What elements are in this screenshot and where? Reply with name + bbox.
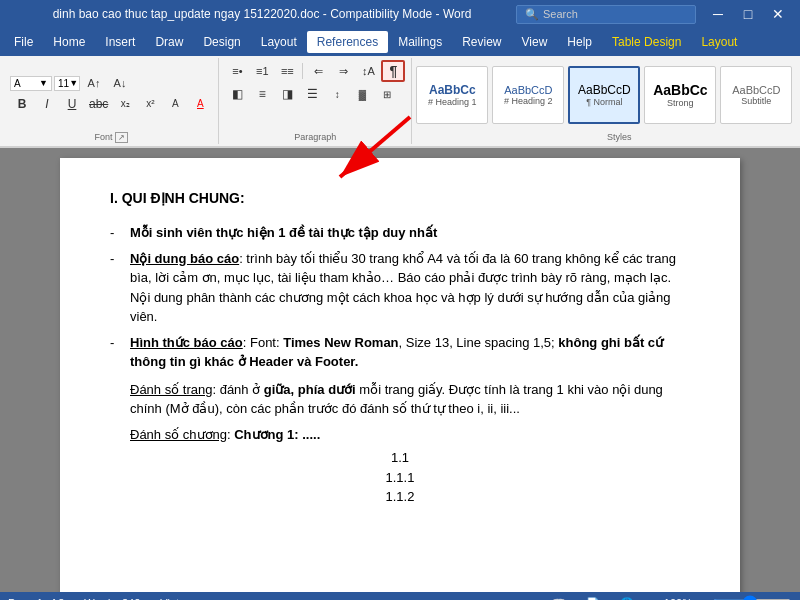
subscript-button[interactable]: x₂ bbox=[113, 93, 137, 115]
menu-help[interactable]: Help bbox=[557, 31, 602, 53]
list-item: - Hình thức báo cáo: Font: Times New Rom… bbox=[110, 333, 690, 372]
minimize-button[interactable]: ─ bbox=[704, 4, 732, 24]
heading2-label: # Heading 2 bbox=[504, 96, 553, 106]
doc-heading: I. QUI ĐỊNH CHUNG: bbox=[110, 188, 690, 209]
list-item: - Nội dung báo cáo: trình bày tối thiểu … bbox=[110, 249, 690, 327]
chapter-numbering: Đánh số chương: Chương 1: ..... bbox=[130, 425, 690, 445]
normal-preview: AaBbCcD bbox=[578, 83, 631, 97]
increase-indent-button[interactable]: ⇒ bbox=[331, 60, 355, 82]
underline-button[interactable]: U bbox=[60, 93, 84, 115]
highlight-button[interactable]: A bbox=[163, 93, 187, 115]
multilevel-list-button[interactable]: ≡≡ bbox=[275, 60, 299, 82]
document-page[interactable]: I. QUI ĐỊNH CHUNG: - Mỗi sinh viên thực … bbox=[60, 158, 740, 592]
item-label: Nội dung báo cáo bbox=[130, 251, 239, 266]
item-label: Hình thức báo cáo bbox=[130, 335, 243, 350]
numbered-list-button[interactable]: ≡1 bbox=[250, 60, 274, 82]
document-area: I. QUI ĐỊNH CHUNG: - Mỗi sinh viên thực … bbox=[0, 148, 800, 592]
subtitle-preview: AaBbCcD bbox=[732, 84, 780, 96]
status-bar: Page 1 of 3 Words: 342 Vietnamese 📖 📄 🌐 … bbox=[0, 592, 800, 600]
style-normal[interactable]: AaBbCcD ¶ Normal bbox=[568, 66, 640, 124]
strong-label: Strong bbox=[667, 98, 694, 108]
font-group: A▼ 11▼ A↑ A↓ B I U abc x₂ x² bbox=[4, 58, 219, 144]
chapter-numbering-text: : Chương 1: ..... bbox=[227, 427, 320, 442]
ribbon-toolbar: A▼ 11▼ A↑ A↓ B I U abc x₂ x² bbox=[0, 56, 800, 146]
section-3: 1.1.2 bbox=[110, 487, 690, 507]
close-button[interactable]: ✕ bbox=[764, 4, 792, 24]
subtitle-label: Subtitle bbox=[741, 96, 771, 106]
bullet: - bbox=[110, 333, 130, 353]
item-text: Hình thức báo cáo: Font: Times New Roman… bbox=[130, 333, 690, 372]
paragraph-group-label: Paragraph bbox=[225, 130, 405, 144]
style-heading2[interactable]: AaBbCcD # Heading 2 bbox=[492, 66, 564, 124]
menu-mailings[interactable]: Mailings bbox=[388, 31, 452, 53]
heading1-preview: AaBbCc bbox=[429, 83, 476, 97]
title-bar-title: dinh bao cao thuc tap_update ngay 151220… bbox=[8, 7, 516, 21]
style-heading1[interactable]: AaBbCc # Heading 1 bbox=[416, 66, 488, 124]
view-print-icon[interactable]: 📄 bbox=[586, 597, 600, 601]
align-left-button[interactable]: ◧ bbox=[225, 83, 249, 105]
heading1-label: # Heading 1 bbox=[428, 97, 477, 107]
font-group-label: Font ↗ bbox=[10, 130, 212, 144]
menu-insert[interactable]: Insert bbox=[95, 31, 145, 53]
sort-button[interactable]: ↕A bbox=[356, 60, 380, 82]
menu-review[interactable]: Review bbox=[452, 31, 511, 53]
styles-group-label: Styles bbox=[416, 130, 800, 144]
italic-button[interactable]: I bbox=[35, 93, 59, 115]
grow-font-button[interactable]: A↑ bbox=[82, 76, 106, 91]
search-box[interactable]: 🔍 Search bbox=[516, 5, 696, 24]
menu-layout2[interactable]: Layout bbox=[691, 31, 747, 53]
window-controls: ─ □ ✕ bbox=[704, 4, 792, 24]
superscript-button[interactable]: x² bbox=[138, 93, 162, 115]
style-subtitle[interactable]: AaBbCcD Subtitle bbox=[720, 66, 792, 124]
strong-preview: AaBbCc bbox=[653, 82, 707, 98]
align-right-button[interactable]: ◨ bbox=[275, 83, 299, 105]
search-placeholder: Search bbox=[543, 8, 578, 20]
strikethrough-button[interactable]: abc bbox=[85, 93, 112, 115]
menu-view[interactable]: View bbox=[512, 31, 558, 53]
menu-table-design[interactable]: Table Design bbox=[602, 31, 691, 53]
borders-button[interactable]: ⊞ bbox=[375, 83, 399, 105]
item-text: Mỗi sinh viên thực hiện 1 đề tài thực tậ… bbox=[130, 223, 690, 243]
bullet: - bbox=[110, 249, 130, 269]
section-2: 1.1.1 bbox=[110, 468, 690, 488]
heading2-preview: AaBbCcD bbox=[504, 84, 552, 96]
maximize-button[interactable]: □ bbox=[734, 4, 762, 24]
menu-design[interactable]: Design bbox=[193, 31, 250, 53]
chapter-numbering-label: Đánh số chương bbox=[130, 427, 227, 442]
section-1: 1.1 bbox=[110, 448, 690, 468]
shrink-font-button[interactable]: A↓ bbox=[108, 76, 132, 91]
justify-button[interactable]: ☰ bbox=[300, 83, 324, 105]
menu-layout[interactable]: Layout bbox=[251, 31, 307, 53]
paragraph-group: ≡• ≡1 ≡≡ ⇐ ⇒ ↕A ¶ ◧ ≡ ◨ ☰ ↕ ▓ bbox=[219, 58, 412, 144]
menu-bar: File Home Insert Draw Design Layout Refe… bbox=[0, 28, 800, 56]
normal-label: ¶ Normal bbox=[586, 97, 622, 107]
title-bar: dinh bao cao thuc tap_update ngay 151220… bbox=[0, 0, 800, 28]
view-read-icon[interactable]: 📖 bbox=[552, 597, 566, 601]
font-size-combo[interactable]: 11▼ bbox=[54, 76, 80, 91]
page-numbering: Đánh số trang: đánh ở giữa, phía dưới mỗ… bbox=[130, 380, 690, 419]
align-center-button[interactable]: ≡ bbox=[250, 83, 274, 105]
menu-file[interactable]: File bbox=[4, 31, 43, 53]
pilcrow-button[interactable]: ¶ bbox=[381, 60, 405, 82]
ribbon: A▼ 11▼ A↑ A↓ B I U abc x₂ x² bbox=[0, 56, 800, 148]
line-spacing-button[interactable]: ↕ bbox=[325, 83, 349, 105]
font-name-combo[interactable]: A▼ bbox=[10, 76, 52, 91]
decrease-indent-button[interactable]: ⇐ bbox=[306, 60, 330, 82]
search-icon: 🔍 bbox=[525, 8, 539, 21]
menu-references[interactable]: References bbox=[307, 31, 388, 53]
bold-button[interactable]: B bbox=[10, 93, 34, 115]
font-color-button[interactable]: A bbox=[188, 93, 212, 115]
item-text: Nội dung báo cáo: trình bày tối thiểu 30… bbox=[130, 249, 690, 327]
shading-button[interactable]: ▓ bbox=[350, 83, 374, 105]
styles-group: AaBbCc # Heading 1 AaBbCcD # Heading 2 A… bbox=[412, 58, 800, 144]
view-web-icon[interactable]: 🌐 bbox=[620, 597, 634, 601]
style-strong[interactable]: AaBbCc Strong bbox=[644, 66, 716, 124]
section-numbers: 1.1 1.1.1 1.1.2 bbox=[110, 448, 690, 507]
list-item: - Mỗi sinh viên thực hiện 1 đề tài thực … bbox=[110, 223, 690, 243]
page-numbering-label: Đánh số trang bbox=[130, 382, 212, 397]
bullets-button[interactable]: ≡• bbox=[225, 60, 249, 82]
menu-draw[interactable]: Draw bbox=[145, 31, 193, 53]
menu-home[interactable]: Home bbox=[43, 31, 95, 53]
bullet: - bbox=[110, 223, 130, 243]
